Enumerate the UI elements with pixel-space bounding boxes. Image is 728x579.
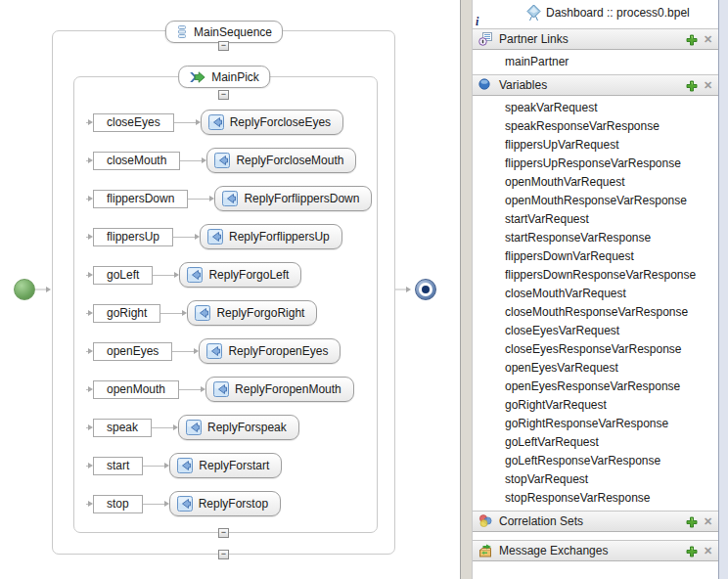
- delete-button[interactable]: ✕: [702, 33, 714, 46]
- list-item-flippersUpVarRequest[interactable]: flippersUpVarRequest: [473, 136, 718, 155]
- section-header-message-exchanges[interactable]: Message Exchanges✕: [473, 540, 718, 561]
- branch-connector-line: [180, 160, 202, 161]
- reply-label: ReplyForspeak: [207, 421, 287, 434]
- list-item-flippersDownResponseVarResponse[interactable]: flippersDownResponseVarResponse: [473, 266, 718, 285]
- list-item-speakResponseVarResponse[interactable]: speakResponseVarResponse: [473, 117, 718, 136]
- reply-label: ReplyForstart: [199, 459, 269, 472]
- panel-scrollbar[interactable]: [718, 0, 728, 579]
- message-exchange-icon: [478, 544, 492, 557]
- plus-icon: [686, 516, 698, 528]
- branch-connector-line: [152, 427, 173, 428]
- on-message-branch-closeMouth[interactable]: closeMouth: [93, 152, 180, 170]
- reply-activity-ReplyForstart[interactable]: ReplyForstart: [169, 453, 282, 478]
- branch-connector-line: [153, 275, 174, 276]
- list-item-flippersUpResponseVarResponse[interactable]: flippersUpResponseVarResponse: [473, 155, 718, 173]
- section-list-variables: speakVarRequestspeakResponseVarResponsef…: [473, 96, 718, 511]
- list-item-goRightResponseVarResponse[interactable]: goRightResponseVarResponse: [473, 415, 718, 433]
- collapse-button[interactable]: −: [218, 90, 229, 100]
- reply-icon: [195, 305, 210, 321]
- end-event-core: [422, 286, 430, 293]
- reply-icon: [222, 191, 238, 206]
- reply-activity-ReplyForopenMouth[interactable]: ReplyForopenMouth: [205, 377, 354, 402]
- reply-icon: [177, 496, 193, 512]
- list-item-stopVarRequest[interactable]: stopVarRequest: [473, 470, 718, 489]
- reply-activity-ReplyForgoLeft[interactable]: ReplyForgoLeft: [179, 262, 301, 288]
- add-button[interactable]: [685, 79, 698, 92]
- end-event-ring: [419, 283, 432, 296]
- list-item-openEyesVarRequest[interactable]: openEyesVarRequest: [473, 359, 718, 378]
- bpel-diagram-canvas: MainSequence − MainPick − closeEyesReply…: [0, 0, 460, 579]
- reply-activity-ReplyForgoRight[interactable]: ReplyForgoRight: [187, 300, 317, 326]
- process-header: i Dashboard :: process0.bpel: [473, 0, 718, 28]
- plus-icon: [686, 546, 698, 557]
- list-item-closeMouthVarRequest[interactable]: closeMouthVarRequest: [473, 285, 718, 303]
- branch-connector-line: [172, 351, 194, 352]
- reply-activity-ReplyForspeak[interactable]: ReplyForspeak: [178, 415, 299, 440]
- delete-button[interactable]: ✕: [702, 545, 714, 557]
- collapse-button[interactable]: −: [218, 550, 229, 559]
- list-item-goLeftResponseVarResponse[interactable]: goLeftResponseVarResponse: [473, 452, 718, 470]
- reply-label: ReplyForstop: [199, 497, 268, 511]
- collapse-button[interactable]: −: [218, 528, 229, 538]
- collapse-button[interactable]: −: [218, 41, 229, 51]
- on-message-branch-goRight[interactable]: goRight: [93, 304, 160, 323]
- reply-activity-ReplyForstop[interactable]: ReplyForstop: [169, 491, 281, 516]
- list-item-mainPartner[interactable]: mainPartner: [473, 50, 718, 74]
- reply-label: ReplyForgoRight: [216, 306, 304, 320]
- reply-label: ReplyForopenMouth: [235, 382, 341, 396]
- list-item-openMouthVarRequest[interactable]: openMouthVarRequest: [473, 173, 718, 192]
- activity-label: MainSequence: [194, 25, 272, 39]
- list-item-startVarRequest[interactable]: startVarRequest: [473, 210, 718, 229]
- on-message-branch-openMouth[interactable]: openMouth: [93, 380, 179, 399]
- list-item-stopResponseVarResponse[interactable]: stopResponseVarResponse: [473, 489, 718, 508]
- section-header-correlation-sets[interactable]: Correlation Sets✕: [473, 511, 718, 532]
- pick-branch-row: goLeftReplyForgoLeft: [86, 262, 301, 288]
- on-message-branch-flippersUp[interactable]: flippersUp: [93, 228, 173, 246]
- on-message-branch-start[interactable]: start: [93, 457, 143, 475]
- section-title: Variables: [499, 78, 547, 92]
- list-item-startResponseVarResponse[interactable]: startResponseVarResponse: [473, 229, 718, 247]
- add-button[interactable]: [685, 515, 698, 528]
- pick-branch-row: openEyesReplyForopenEyes: [86, 338, 341, 364]
- add-button[interactable]: [685, 33, 698, 46]
- section-title: Correlation Sets: [499, 514, 583, 528]
- reply-activity-ReplyForflippersDown[interactable]: ReplyForflippersDown: [214, 186, 372, 211]
- activity-main-pick[interactable]: MainPick: [178, 66, 270, 88]
- list-item-goRightVarRequest[interactable]: goRightVarRequest: [473, 396, 718, 415]
- list-item-closeEyesResponseVarResponse[interactable]: closeEyesResponseVarResponse: [473, 340, 718, 359]
- branch-connector-line: [174, 122, 196, 123]
- list-item-openEyesResponseVarResponse[interactable]: openEyesResponseVarResponse: [473, 378, 718, 396]
- on-message-branch-stop[interactable]: stop: [93, 495, 143, 513]
- panel-splitter[interactable]: [460, 0, 473, 579]
- reply-activity-ReplyForopenEyes[interactable]: ReplyForopenEyes: [199, 338, 341, 364]
- section-title: Message Exchanges: [499, 544, 608, 557]
- reply-activity-ReplyForcloseMouth[interactable]: ReplyForcloseMouth: [206, 148, 356, 173]
- reply-icon: [187, 267, 203, 283]
- add-button[interactable]: [685, 545, 698, 557]
- on-message-branch-goLeft[interactable]: goLeft: [93, 266, 153, 285]
- list-item-closeEyesVarRequest[interactable]: closeEyesVarRequest: [473, 322, 718, 340]
- end-event[interactable]: [415, 279, 436, 300]
- section-header-variables[interactable]: Variables✕: [473, 74, 718, 96]
- list-item-flippersDownVarRequest[interactable]: flippersDownVarRequest: [473, 247, 718, 266]
- on-message-branch-speak[interactable]: speak: [93, 419, 152, 437]
- delete-button[interactable]: ✕: [702, 515, 714, 528]
- reply-icon: [208, 114, 224, 130]
- bpel-designer-window: MainSequence − MainPick − closeEyesReply…: [0, 0, 728, 579]
- section-header-partner-links[interactable]: Partner Links✕: [473, 28, 718, 50]
- info-glyph[interactable]: i: [476, 16, 478, 27]
- on-message-branch-flippersDown[interactable]: flippersDown: [93, 190, 188, 208]
- pick-branch-row: flippersDownReplyForflippersDown: [86, 186, 372, 211]
- pick-branch-row: flippersUpReplyForflippersUp: [86, 224, 342, 249]
- reply-activity-ReplyForflippersUp[interactable]: ReplyForflippersUp: [200, 224, 342, 249]
- start-event[interactable]: [14, 279, 35, 300]
- list-item-speakVarRequest[interactable]: speakVarRequest: [473, 99, 718, 117]
- on-message-branch-closeEyes[interactable]: closeEyes: [93, 113, 174, 132]
- list-item-closeMouthResponseVarResponse[interactable]: closeMouthResponseVarResponse: [473, 303, 718, 322]
- list-item-openMouthResponseVarResponse[interactable]: openMouthResponseVarResponse: [473, 192, 718, 210]
- list-item-goLeftVarRequest[interactable]: goLeftVarRequest: [473, 433, 718, 452]
- partner-link-icon: [478, 32, 492, 46]
- on-message-branch-openEyes[interactable]: openEyes: [93, 342, 172, 361]
- delete-button[interactable]: ✕: [702, 79, 714, 92]
- reply-activity-ReplyForcloseEyes[interactable]: ReplyForcloseEyes: [201, 110, 343, 135]
